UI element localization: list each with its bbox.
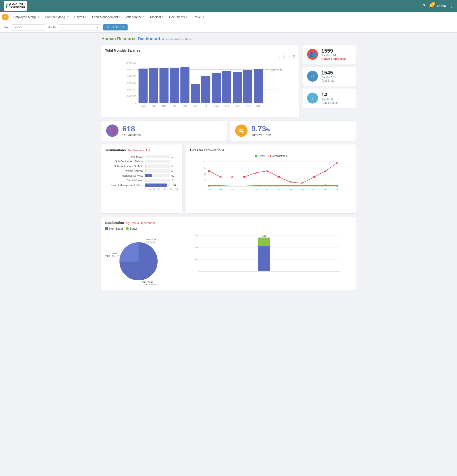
- payroll-arrow-icon: ▼: [85, 16, 87, 18]
- salary-card: Total Monthly Salaries ⭳ ↻ ▤ ☰ 18,000,00…: [102, 45, 299, 117]
- menu-employee-mang[interactable]: Employee Mang. ▼: [11, 14, 42, 20]
- help-icon[interactable]: ?: [423, 4, 425, 8]
- svg-text:Non-Saudi: Non-Saudi: [146, 238, 156, 241]
- saudization-bar-chart: 1,200 1,000 800 139: [179, 233, 352, 285]
- svg-point-63: [208, 185, 210, 186]
- svg-text:20: 20: [204, 173, 206, 175]
- menu-contract-mang[interactable]: Contract Mang. ▼: [42, 14, 71, 20]
- svg-text:Feb: Feb: [219, 188, 222, 191]
- svg-rect-21: [160, 68, 169, 103]
- turnover-number: 9.73%: [251, 125, 271, 133]
- search-button-label: SEARCH: [112, 26, 124, 29]
- svg-rect-29: [201, 76, 211, 103]
- vacations-label: On Vacations: [122, 133, 141, 137]
- svg-text:Non-Saudi: Non-Saudi: [143, 281, 153, 283]
- breadcrumb: » overview & stats: [166, 37, 191, 41]
- month-select[interactable]: JanuaryFebruaryMarch AprilMayJune JulyAu…: [58, 24, 101, 30]
- vacations-card: 🚫 618 On Vacations: [102, 121, 227, 141]
- chart-icon[interactable]: ▤: [288, 55, 291, 59]
- svg-point-60: [313, 176, 315, 178]
- menu-loan-management[interactable]: Loan Management ▼: [90, 14, 123, 20]
- menu-medical-label: Medical: [150, 15, 161, 19]
- menu-payroll[interactable]: Payroll ▼: [72, 14, 89, 20]
- home-icon[interactable]: ⊙: [2, 14, 8, 20]
- total-male-saudi: Saudi - 165: [321, 76, 336, 79]
- menu-documents[interactable]: Documents ▼: [167, 14, 190, 20]
- menu-travel-label: Travel: [193, 15, 202, 19]
- active-employees-info: 1559 Saudi - 174 Active Employees: [321, 48, 346, 60]
- active-employees-saudi: Saudi - 174: [321, 54, 346, 57]
- menu-attendance-label: Attendance: [126, 15, 142, 19]
- attendance-arrow-icon: ▼: [143, 16, 145, 18]
- svg-text:May: May: [254, 188, 258, 191]
- svg-text:0: 0: [205, 185, 206, 187]
- svg-point-61: [325, 170, 326, 172]
- menu-attendance[interactable]: Attendance ▼: [124, 14, 147, 20]
- table-icon[interactable]: ☰: [293, 55, 296, 59]
- charts-row: Terminations By Business Unit Manpower 1…: [102, 144, 355, 213]
- total-male-card: ♂ 1545 Saudi - 165 Total Male: [303, 67, 355, 86]
- year-label: Year: [4, 26, 9, 29]
- active-employees-label: Active Employees: [321, 57, 346, 60]
- svg-text:Jun: Jun: [266, 188, 269, 191]
- non-saudi-legend-label: Non-Saudi: [109, 227, 123, 230]
- svg-text:Apr: Apr: [173, 105, 176, 107]
- top-navigation: P LYMOUTHSOFTWARE ⁫ ? 🔔 8 admin ⋮: [0, 0, 457, 12]
- svg-point-62: [337, 162, 338, 163]
- menu-medical[interactable]: Medical ▼: [148, 14, 166, 20]
- svg-text:Jan: Jan: [207, 188, 211, 191]
- svg-text:0: 0: [135, 102, 136, 104]
- svg-rect-17: [138, 68, 148, 103]
- total-female-saudi: Saudi - 9: [321, 98, 338, 101]
- legend-non-saudi: Non-Saudi: [105, 227, 123, 230]
- svg-rect-37: [243, 70, 252, 103]
- svg-rect-25: [180, 67, 189, 103]
- svg-text:5 (0.32%): 5 (0.32%): [146, 241, 155, 244]
- svg-text:1,200: 1,200: [192, 234, 198, 237]
- terminations-card: Terminations By Business Unit Manpower 1…: [102, 144, 182, 213]
- svg-text:Feb: Feb: [152, 105, 155, 107]
- svg-text:1,000: 1,000: [192, 246, 198, 249]
- legend-term-label: Terminations: [272, 154, 287, 157]
- menu-travel[interactable]: Travel ▼: [191, 14, 207, 20]
- svg-rect-39: [254, 69, 263, 103]
- svg-text:Sep: Sep: [300, 188, 304, 191]
- svg-text:Jul: Jul: [204, 105, 207, 107]
- notification-wrapper[interactable]: 🔔 8: [428, 3, 434, 8]
- title-dashboard: Dashboard: [138, 36, 160, 41]
- svg-point-58: [290, 181, 291, 183]
- search-button[interactable]: 🔍 SEARCH: [103, 24, 127, 30]
- legend-saudi: Saudi: [126, 227, 137, 230]
- stats-column: 👥 1559 Saudi - 174 Active Employees ♂ 15…: [303, 45, 355, 117]
- total-female-info: 14 Saudi - 9 Total Female: [321, 92, 338, 104]
- svg-text:3,000,000: 3,000,000: [127, 95, 136, 97]
- total-female-card: ♀ 14 Saudi - 9 Total Female: [303, 89, 355, 108]
- total-female-label: Total Female: [321, 101, 338, 104]
- svg-text:10: 10: [204, 179, 206, 181]
- contract-arrow-icon: ▼: [67, 16, 69, 18]
- hbar-sub-contractor-sraco: Sub Contractor - SRACO 5: [105, 164, 178, 168]
- terminations-subtitle: By Business Unit: [128, 149, 150, 152]
- saudi-legend-label: Saudi: [130, 227, 137, 230]
- svg-text:15268865.26: 15268865.26: [270, 68, 282, 71]
- menu-navigation: ⊙ Employee Mang. ▼ Contract Mang. ▼ Payr…: [0, 12, 457, 22]
- hires-download-icon[interactable]: ⭳: [349, 150, 352, 153]
- download-icon[interactable]: ⭳: [278, 55, 281, 59]
- svg-text:Oct: Oct: [236, 105, 239, 107]
- year-input[interactable]: [12, 24, 45, 30]
- svg-point-51: [208, 170, 210, 172]
- logo[interactable]: P LYMOUTHSOFTWARE: [4, 1, 27, 11]
- admin-menu-icon[interactable]: ⋮: [449, 4, 453, 8]
- month-select-wrapper: JanuaryFebruaryMarch AprilMayJune JulyAu…: [58, 24, 101, 30]
- legend-hires-dot: [255, 155, 257, 157]
- terminations-hbar-container: Manpower 1 Sub Contractor - Default 1 Su…: [105, 155, 178, 191]
- active-employees-card: 👥 1559 Saudi - 174 Active Employees: [303, 45, 355, 64]
- chart-toolbar: ⭳ ↻ ▤ ☰: [105, 55, 296, 59]
- hbar-sub-contractor-default: Sub Contractor - Default 1: [105, 160, 178, 163]
- svg-rect-95: [258, 238, 270, 246]
- menu-payroll-label: Payroll: [74, 15, 84, 19]
- svg-point-59: [302, 183, 303, 184]
- vacations-number: 618: [122, 125, 141, 133]
- saudization-content: Non-Saudi 5 (0.32%) Saudi 174 (11.16%) N…: [105, 233, 352, 286]
- refresh-icon[interactable]: ↻: [283, 55, 286, 59]
